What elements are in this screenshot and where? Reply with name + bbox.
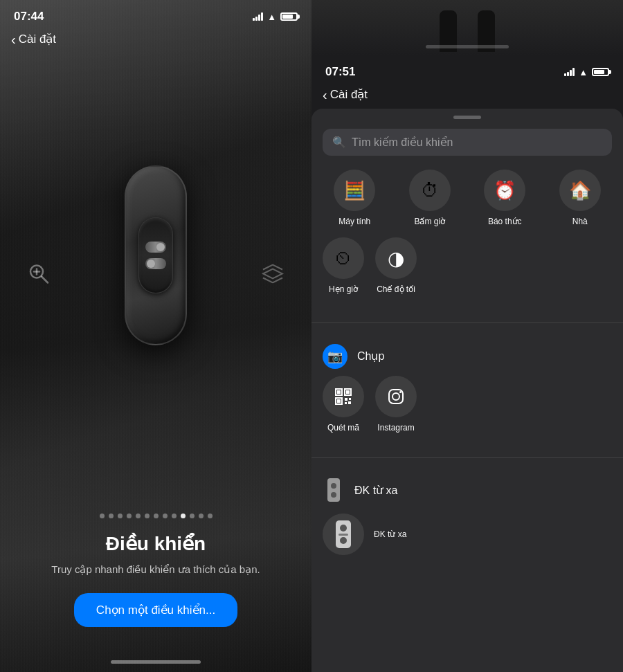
svg-rect-5 [337,390,341,394]
left-panel: 07:44 ▲ ‹ Cài đặt [0,0,312,672]
remote-button-oval [138,217,173,293]
time-left: 07:44 [14,10,44,24]
dot-12 [199,514,204,518]
layers-icon [262,264,284,288]
dot-11 [190,514,195,518]
remote-device-image [125,165,187,345]
wifi-icon: ▲ [267,12,276,22]
zoom-icon [28,262,50,289]
signal-icon [253,12,263,21]
back-button-right[interactable]: ‹ Cài đặt [323,87,368,102]
dot-6 [145,514,150,518]
app-item-stopwatch[interactable]: ⏱ Bấm giờ [398,170,462,226]
dot-13 [208,514,213,518]
back-label-left: Cài đặt [19,32,56,46]
app-item-dark-mode[interactable]: ◑ Chế độ tối [375,237,417,294]
toggle-indicator [145,242,166,253]
list-item-remote-header: ĐK từ xa [323,472,612,508]
qr-label: Quét mã [327,423,359,433]
dot-1 [100,514,105,518]
svg-rect-11 [349,398,351,400]
alarm-icon: ⏰ [484,170,525,211]
dot-7 [154,514,159,518]
icon-row-2: ⏲ Hẹn giờ ◑ Chế độ tối [323,237,612,305]
search-input[interactable]: Tìm kiếm điều khiển [352,136,453,149]
timer-label: Hẹn giờ [329,284,358,294]
dot-10-active [181,514,186,518]
dot-4 [127,514,132,518]
chevron-left-icon: ‹ [11,33,16,46]
wifi-icon-right: ▲ [579,67,588,78]
instagram-icon [375,376,417,417]
divider-2 [312,457,623,458]
svg-point-15 [392,393,399,400]
remote-section-label: ĐK từ xa [354,484,397,497]
status-bar-left: 07:44 ▲ [0,0,312,29]
stopwatch-icon: ⏱ [409,170,451,211]
dot-2 [109,514,114,518]
remote-app-icon [323,514,364,555]
remote-app-label: ĐK từ xa [374,529,406,539]
svg-line-1 [42,276,48,282]
app-item-calculator[interactable]: 🧮 Máy tính [323,170,387,226]
chevron-left-icon-right: ‹ [323,88,327,102]
toggle-indicator-2 [145,258,166,269]
time-right: 07:51 [325,65,355,79]
remote-small-icon [327,478,340,502]
device-container [0,52,312,500]
svg-point-16 [399,391,401,393]
remote-header-icon [323,479,345,501]
capture-label: Chụp [357,349,384,363]
app-item-instagram[interactable]: Instagram [375,376,417,433]
timer-icon: ⏲ [323,237,364,279]
app-item-remote[interactable]: ĐK từ xa [323,508,612,561]
bottom-content: Điều khiển Truy cập nhanh điều khiển ưa … [30,518,280,655]
list-section-capture: 📷 Chụp [312,329,623,452]
stopwatch-label: Bấm giờ [414,217,445,226]
subtitle-text: Truy cập nhanh điều khiển ưa thích của b… [51,562,260,576]
list-item-capture: 📷 Chụp [323,337,612,376]
search-bar[interactable]: 🔍 Tìm kiếm điều khiển [323,129,612,156]
back-label-right: Cài đặt [330,87,368,102]
signal-icon-right [564,68,575,76]
capture-icon: 📷 [323,344,347,369]
choose-control-button[interactable]: Chọn một điều khiển... [74,593,237,627]
svg-rect-12 [345,402,347,404]
home-indicator-left [111,660,201,664]
dark-mode-label: Chế độ tối [377,284,415,294]
app-item-timer[interactable]: ⏲ Hẹn giờ [323,237,364,294]
right-panel: 07:51 ▲ ‹ Cài đặt 🔍 Tìm kiếm điều khiển [312,0,623,672]
status-icons-right: ▲ [564,67,609,78]
dot-8 [163,514,168,518]
sheet-handle [453,116,481,119]
icon-grid-1: 🧮 Máy tính ⏱ Bấm giờ ⏰ Báo thức 🏠 Nhà [323,170,612,226]
back-nav-right: ‹ Cài đặt [312,84,623,109]
icon-row-capture: Quét mã Instagram [323,376,612,444]
home-label: Nhà [572,217,588,226]
dot-3 [118,514,123,518]
main-title: Điều khiển [51,532,260,555]
svg-rect-9 [337,399,341,403]
app-item-alarm[interactable]: ⏰ Báo thức [473,170,537,226]
svg-rect-13 [348,401,351,404]
remote-icon-inner [336,520,351,548]
dot-9 [172,514,177,518]
search-icon: 🔍 [332,136,346,149]
list-section-remote: ĐK từ xa ĐK từ xa [312,464,623,569]
grid-section-1: 🧮 Máy tính ⏱ Bấm giờ ⏰ Báo thức 🏠 Nhà [312,167,623,317]
app-item-qr[interactable]: Quét mã [323,376,364,433]
back-button-left[interactable]: ‹ Cài đặt [11,32,56,46]
notch-bar [426,45,509,48]
svg-rect-10 [345,398,347,401]
sheet-panel[interactable]: 🔍 Tìm kiếm điều khiển 🧮 Máy tính ⏱ Bấm g… [312,109,623,672]
status-bar-right: 07:51 ▲ [312,55,623,84]
dot-5 [136,514,141,518]
calculator-label: Máy tính [338,217,370,226]
notch-area [312,0,623,55]
app-item-home[interactable]: 🏠 Nhà [548,170,613,226]
back-nav-left: ‹ Cài đặt [0,29,312,52]
calculator-icon: 🧮 [334,170,375,211]
status-icons-left: ▲ [253,12,298,22]
qr-icon [323,376,364,417]
home-icon: 🏠 [559,170,601,211]
